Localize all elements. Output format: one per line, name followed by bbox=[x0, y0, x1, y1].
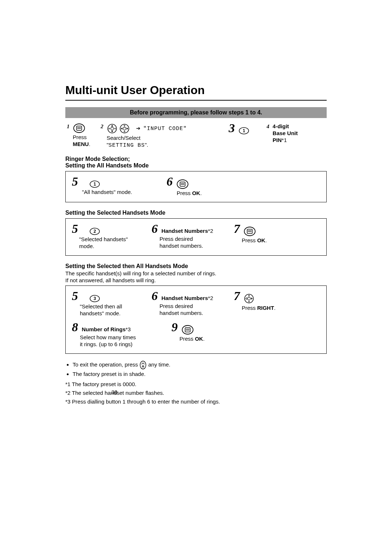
nav-updown-icon bbox=[107, 123, 118, 134]
svg-rect-1 bbox=[77, 126, 82, 130]
box-all-handsets: 5 1 "All handsets" mode. 6 bbox=[65, 171, 327, 203]
key-1-icon: 1 bbox=[238, 127, 249, 135]
ok-button-icon-2 bbox=[244, 226, 256, 236]
boxB-step5-num: 5 bbox=[72, 222, 80, 235]
boxB-step6-num: 6 bbox=[152, 222, 160, 235]
step-4-l1: 4-digit bbox=[273, 123, 289, 129]
key-1-icon-b: 1 bbox=[89, 180, 100, 188]
step-1-caption: Press MENU. bbox=[73, 134, 90, 148]
box-selected-then-all: 5 3 "Selected then all handsets" mode. 6… bbox=[65, 285, 327, 354]
steps-1-4: 1 Press MENU. bbox=[65, 122, 327, 151]
note-factory-shade: The factory preset is in shade. bbox=[73, 370, 327, 378]
boxA-mode: mode. bbox=[115, 189, 132, 195]
footnotes: *1 The factory preset is 0000. *2 The se… bbox=[65, 380, 327, 406]
svg-point-20 bbox=[177, 180, 188, 189]
boxC-step5-caption: "Selected then all handsets" mode. bbox=[80, 303, 151, 317]
nav-leftright-icon bbox=[119, 123, 130, 134]
svg-text:1: 1 bbox=[94, 182, 96, 187]
boxB-l1: Press desired bbox=[160, 236, 193, 242]
boxC-l2: handset numbers. bbox=[160, 310, 203, 316]
svg-marker-13 bbox=[124, 125, 125, 126]
boxA-step6-caption: Press OK. bbox=[177, 190, 320, 197]
note-exit-b: any time. bbox=[148, 361, 170, 368]
boxB-handset-numbers: Handset Numbers bbox=[162, 228, 208, 234]
ringer-heading: Ringer Mode Selection; Setting the All H… bbox=[65, 156, 327, 169]
step-1-number: 1 bbox=[66, 123, 72, 148]
svg-marker-34 bbox=[245, 297, 247, 300]
svg-point-26 bbox=[244, 227, 255, 236]
boxB-step7-caption: Press OK. bbox=[242, 237, 320, 244]
key-2-icon: 2 bbox=[89, 227, 100, 235]
step-4-pin: PIN bbox=[273, 137, 282, 143]
boxA-all-handsets: All handsets bbox=[84, 189, 114, 195]
ringer-heading-l2: Setting the All Handsets Mode bbox=[65, 162, 149, 169]
step-1-menu: MENU bbox=[73, 141, 89, 147]
intro-banner: Before programming, please follow steps … bbox=[65, 107, 327, 118]
boxC-step6-caption: Press desired handset numbers. bbox=[160, 303, 233, 317]
svg-marker-8 bbox=[114, 128, 115, 129]
svg-marker-7 bbox=[109, 128, 110, 129]
svg-point-0 bbox=[74, 124, 85, 133]
paraC2: If not answered, all handsets will ring. bbox=[65, 277, 327, 283]
note-exit: To exit the operation, press any time. bbox=[73, 360, 327, 370]
boxC-step8-caption: Select how many times it rings. (up to 6… bbox=[80, 334, 171, 348]
svg-point-9 bbox=[111, 127, 114, 130]
boxC-step5-num: 5 bbox=[72, 289, 80, 303]
step-2-setting-bs: SETTING BS bbox=[109, 142, 145, 149]
svg-marker-36 bbox=[248, 301, 250, 302]
boxC-l1: Press desired bbox=[160, 303, 193, 309]
arrow-right-icon: ➔ bbox=[136, 125, 140, 132]
step-1-line1: Press bbox=[73, 134, 87, 140]
step-4-star1: *1 bbox=[282, 137, 287, 143]
boxC-mode: mode. bbox=[104, 310, 121, 316]
svg-text:3: 3 bbox=[94, 296, 96, 301]
boxC-ok9: OK bbox=[195, 336, 203, 342]
step-2-number: 2 bbox=[100, 123, 106, 150]
boxC-number-of-rings: Number of Rings bbox=[82, 326, 126, 332]
boxC-s8l2: it rings. (up to 6 rings) bbox=[80, 341, 132, 347]
boxA-step5-caption: "All handsets" mode. bbox=[82, 189, 166, 196]
svg-marker-35 bbox=[248, 295, 250, 296]
svg-rect-21 bbox=[180, 182, 185, 186]
boxC-handset-numbers: Handset Numbers bbox=[162, 295, 208, 301]
svg-rect-39 bbox=[185, 328, 190, 332]
boxC-step9-num: 9 bbox=[171, 320, 180, 334]
boxC-step9-caption: Press OK. bbox=[179, 336, 320, 343]
key-3-icon: 3 bbox=[89, 295, 100, 303]
svg-point-15 bbox=[123, 127, 126, 130]
boxB-dot: . bbox=[265, 237, 267, 243]
note-exit-a: To exit the operation, press bbox=[73, 361, 139, 368]
boxB-q2: " bbox=[126, 236, 128, 242]
step-3-number: 3 bbox=[229, 121, 237, 135]
boxB-ok: OK bbox=[257, 237, 265, 243]
svg-text:2: 2 bbox=[94, 229, 96, 234]
footnote-1: *1 The factory preset is 0000. bbox=[65, 380, 327, 389]
svg-marker-33 bbox=[251, 297, 253, 300]
boxB-step5-caption: "Selected handsets" mode. bbox=[79, 236, 151, 250]
footnote-3: *3 Press dialling button 1 through 6 to … bbox=[65, 397, 327, 406]
step-2-line1: Search/Select bbox=[107, 135, 140, 141]
boxC-selected-then-all: Selected then all bbox=[82, 303, 122, 309]
svg-point-38 bbox=[182, 325, 193, 334]
boxC-step6-num: 6 bbox=[152, 289, 160, 303]
menu-button-icon bbox=[73, 123, 85, 133]
svg-marker-12 bbox=[127, 127, 128, 130]
boxB-mode: mode. bbox=[79, 243, 94, 249]
step-2-caption: Search/Select "SETTING BS". bbox=[107, 135, 187, 149]
boxB-step7-num: 7 bbox=[234, 222, 242, 235]
power-off-icon bbox=[139, 361, 148, 368]
ok-button-icon bbox=[176, 179, 189, 189]
ok-button-icon-3 bbox=[181, 325, 194, 335]
box-selected-handsets: 5 2 "Selected handsets" mode. 6 Handset … bbox=[65, 218, 327, 256]
page-title: Multi-unit User Operation bbox=[65, 84, 327, 97]
heading-selected-then-all: Setting the Selected then All Handsets M… bbox=[65, 263, 327, 270]
footnote-2: *2 The selected handset number flashes. bbox=[65, 389, 327, 397]
step-4-l2: Base Unit bbox=[273, 130, 298, 136]
boxC-star3: *3 bbox=[126, 326, 131, 332]
title-rule bbox=[65, 100, 327, 101]
boxC-s8l1: Select how many times bbox=[80, 334, 136, 340]
boxC-handsets: handsets bbox=[80, 310, 102, 316]
boxA-step5-num: 5 bbox=[72, 175, 80, 188]
page: Multi-unit User Operation Before program… bbox=[0, 0, 392, 555]
boxA-press: Press bbox=[177, 190, 192, 196]
